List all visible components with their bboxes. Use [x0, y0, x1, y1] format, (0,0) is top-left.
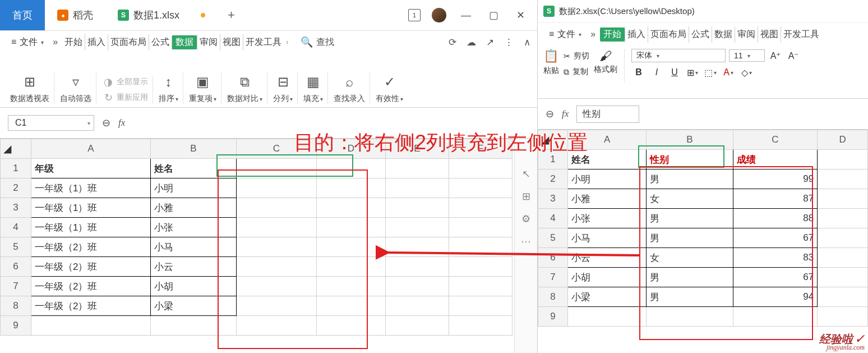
- col-header[interactable]: D: [317, 139, 386, 159]
- cell[interactable]: [317, 218, 386, 237]
- cell[interactable]: [386, 198, 449, 218]
- col-header[interactable]: B: [647, 130, 733, 150]
- cell[interactable]: [237, 218, 317, 237]
- formula-input[interactable]: 性别: [576, 106, 639, 123]
- tab-doc1[interactable]: S 数据1.xlsx: [105, 0, 218, 30]
- mtab-dev[interactable]: 开发工具: [243, 34, 284, 51]
- ribbon-dup[interactable]: ▣ 重复项▾: [184, 72, 221, 104]
- col-header[interactable]: D: [818, 130, 868, 150]
- cell[interactable]: [237, 316, 317, 336]
- cell[interactable]: [449, 178, 513, 198]
- cell[interactable]: [237, 198, 317, 218]
- cell[interactable]: 小马: [151, 237, 237, 257]
- cell[interactable]: 一年级（1）班: [31, 218, 151, 237]
- cell[interactable]: [818, 307, 868, 327]
- cell[interactable]: 一年级（2）班: [31, 277, 151, 296]
- more-side-icon[interactable]: ⋯: [521, 235, 531, 247]
- font-size-select[interactable]: 11▾: [729, 49, 765, 62]
- increase-font-icon[interactable]: A⁺: [768, 49, 783, 62]
- collapse-ribbon-icon[interactable]: ∧: [524, 36, 530, 48]
- cell[interactable]: [386, 316, 449, 336]
- cursor-icon[interactable]: ↖: [522, 168, 530, 180]
- border-button[interactable]: ⊞▾: [685, 66, 700, 79]
- cell[interactable]: [818, 150, 868, 169]
- cell[interactable]: [237, 159, 317, 178]
- cell[interactable]: 67: [733, 228, 818, 248]
- row-header[interactable]: 5: [1, 237, 31, 257]
- cell[interactable]: [31, 316, 151, 336]
- decrease-font-icon[interactable]: A⁻: [786, 49, 801, 62]
- cell[interactable]: [647, 307, 733, 327]
- cell[interactable]: [449, 296, 513, 316]
- cell[interactable]: [818, 287, 868, 307]
- mtab-formula[interactable]: 公式: [149, 34, 172, 51]
- mtab-start[interactable]: 开始: [600, 27, 625, 42]
- col-header[interactable]: C: [237, 139, 317, 159]
- clear-format-button[interactable]: ◇▾: [739, 66, 754, 79]
- cell[interactable]: [317, 277, 386, 296]
- zoom-out-icon[interactable]: ⊖: [546, 108, 554, 120]
- cell[interactable]: [449, 218, 513, 237]
- cell[interactable]: [237, 237, 317, 257]
- col-header[interactable]: C: [733, 130, 818, 150]
- select-all-corner[interactable]: ◢: [1, 139, 31, 159]
- cell[interactable]: 小张: [151, 218, 237, 237]
- cell[interactable]: 成绩: [733, 150, 818, 169]
- cell[interactable]: 99: [733, 169, 818, 189]
- tab-shell[interactable]: ⬥ 稻壳: [45, 0, 105, 30]
- cell[interactable]: 男: [647, 169, 733, 189]
- mtab-formula[interactable]: 公式: [689, 26, 712, 43]
- mtab-dev[interactable]: 开发工具: [781, 26, 821, 43]
- cell[interactable]: [317, 316, 386, 336]
- cell[interactable]: [317, 237, 386, 257]
- cell[interactable]: [449, 257, 513, 277]
- mtab-review[interactable]: 审阅: [735, 26, 758, 43]
- nav-right-icon[interactable]: ›: [286, 38, 288, 46]
- ribbon-compare[interactable]: ⧉ 数据对比▾: [223, 72, 267, 104]
- maximize-button[interactable]: ▢: [486, 7, 502, 24]
- cell[interactable]: [317, 296, 386, 316]
- col-header[interactable]: A: [31, 139, 151, 159]
- cell[interactable]: [449, 159, 513, 178]
- cell[interactable]: 一年级（2）班: [31, 257, 151, 277]
- sheet-right[interactable]: ◢ A B C D 1 姓名 性别 成绩 2 小明 男 99 3 小雅 女 87…: [538, 130, 868, 353]
- cell[interactable]: [386, 159, 449, 178]
- cell[interactable]: [317, 178, 386, 198]
- mtab-layout[interactable]: 页面布局: [108, 34, 149, 51]
- select-all-corner[interactable]: ◢: [538, 130, 568, 150]
- cell[interactable]: [733, 307, 818, 327]
- file-menu[interactable]: ≡ 文件 ▾: [7, 34, 48, 51]
- cell[interactable]: 小明: [567, 169, 646, 189]
- cell[interactable]: [386, 218, 449, 237]
- row-header[interactable]: 2: [1, 178, 31, 198]
- cell[interactable]: [237, 178, 317, 198]
- cell[interactable]: 一年级（1）班: [31, 198, 151, 218]
- close-button[interactable]: ✕: [513, 7, 528, 24]
- cell[interactable]: [449, 277, 513, 296]
- cell[interactable]: [818, 189, 868, 209]
- font-name-select[interactable]: 宋体▾: [631, 49, 726, 62]
- mtab-layout[interactable]: 页面布局: [648, 26, 689, 43]
- cell[interactable]: 小明: [151, 178, 237, 198]
- ribbon-showall[interactable]: ◑全部显示: [102, 76, 148, 88]
- ribbon-valid[interactable]: ✓ 有效性▾: [371, 72, 408, 104]
- col-header[interactable]: A: [567, 130, 646, 150]
- cell[interactable]: 女: [647, 248, 733, 268]
- row-header[interactable]: 1: [538, 150, 568, 169]
- cloud-sync-icon[interactable]: ⟳: [449, 36, 456, 48]
- row-header[interactable]: 8: [1, 296, 31, 316]
- tab-home[interactable]: 首页: [0, 0, 45, 30]
- cell[interactable]: [386, 237, 449, 257]
- cell[interactable]: [386, 296, 449, 316]
- cell[interactable]: [449, 316, 513, 336]
- cell[interactable]: 87: [733, 189, 818, 209]
- row-header[interactable]: 3: [1, 198, 31, 218]
- cell[interactable]: 姓名: [567, 150, 646, 169]
- row-header[interactable]: 2: [538, 169, 568, 189]
- cell[interactable]: [449, 237, 513, 257]
- cell[interactable]: 小梁: [151, 296, 237, 316]
- cell[interactable]: [237, 257, 317, 277]
- ribbon-filter[interactable]: ▿ 自动筛选: [56, 72, 96, 104]
- cell[interactable]: 性别: [647, 150, 733, 169]
- row-header[interactable]: 3: [538, 189, 568, 209]
